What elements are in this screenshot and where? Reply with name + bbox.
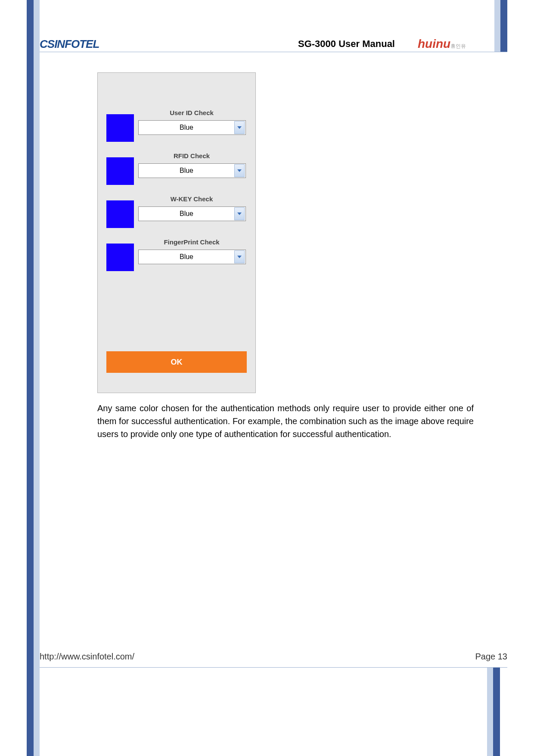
header-divider	[40, 52, 507, 52]
wkey-dropdown[interactable]: Blue	[138, 206, 246, 221]
logo-csinfotel: CSINFOTEL	[40, 37, 99, 51]
fingerprint-dropdown-value: Blue	[139, 253, 234, 261]
chevron-down-icon[interactable]	[234, 250, 245, 263]
chevron-down-icon[interactable]	[234, 207, 245, 220]
footer-url: http://www.csinfotel.com/	[40, 652, 134, 662]
logo-huinu-suffix: 휴인유	[450, 43, 466, 49]
logo-huinu: huinu휴인유	[418, 37, 466, 51]
logo-infotel: INFOTEL	[54, 37, 99, 50]
user-id-check-group: User ID Check Blue	[106, 109, 247, 144]
ok-button[interactable]: OK	[106, 351, 247, 373]
wkey-check-group: W-KEY Check Blue	[106, 195, 247, 230]
chevron-down-icon[interactable]	[234, 164, 245, 177]
footer-divider	[40, 667, 507, 668]
footer-page-number: 13	[498, 652, 507, 661]
rfid-check-label: RFID Check	[137, 152, 247, 159]
user-id-dropdown[interactable]: Blue	[138, 120, 246, 135]
rfid-check-group: RFID Check Blue	[106, 152, 247, 187]
logo-cs: CS	[40, 37, 54, 50]
fingerprint-check-label: FingerPrint Check	[137, 238, 247, 246]
rfid-dropdown-value: Blue	[139, 167, 234, 175]
page-border-left-outer	[27, 0, 34, 756]
fingerprint-color-swatch	[106, 244, 134, 271]
footer-page-label: Page	[475, 652, 497, 661]
chevron-down-icon[interactable]	[234, 121, 245, 134]
page-header: CSINFOTEL SG-3000 User Manual huinu휴인유	[40, 35, 507, 53]
logo-huinu-main: huinu	[418, 37, 450, 50]
wkey-check-label: W-KEY Check	[137, 195, 247, 203]
fingerprint-check-group: FingerPrint Check Blue	[106, 238, 247, 273]
user-id-dropdown-value: Blue	[139, 124, 234, 131]
user-id-color-swatch	[106, 114, 134, 142]
rfid-dropdown[interactable]: Blue	[138, 163, 246, 178]
wkey-dropdown-value: Blue	[139, 210, 234, 218]
footer-page: Page 13	[475, 652, 507, 662]
rfid-color-swatch	[106, 157, 134, 185]
app-screenshot-panel: User ID Check Blue RFID Check Blue W-KEY…	[97, 72, 256, 393]
page-footer: http://www.csinfotel.com/ Page 13	[40, 652, 507, 662]
wkey-color-swatch	[106, 200, 134, 228]
page-border-right-bottom-outer	[493, 667, 500, 756]
page-border-left-inner	[34, 0, 40, 756]
page-border-right-bottom-inner	[487, 667, 493, 756]
page-title: SG-3000 User Manual	[298, 38, 395, 50]
ok-button-label: OK	[171, 358, 183, 367]
fingerprint-dropdown[interactable]: Blue	[138, 250, 246, 264]
user-id-check-label: User ID Check	[137, 109, 247, 116]
body-paragraph: Any same color chosen for the authentica…	[97, 402, 474, 440]
